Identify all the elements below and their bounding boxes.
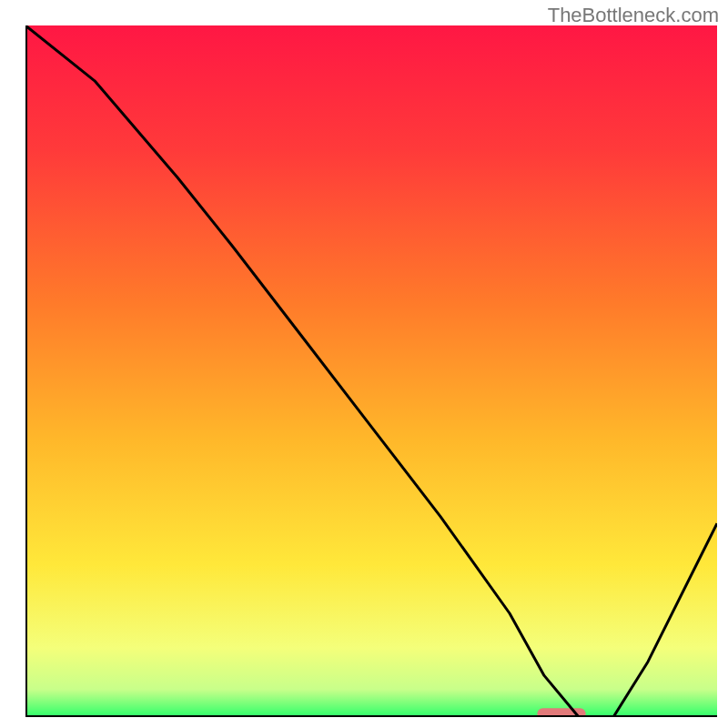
watermark-label: TheBottleneck.com [548, 4, 719, 27]
chart-svg [25, 25, 717, 717]
gradient-background [25, 25, 717, 717]
bottleneck-chart [25, 25, 717, 717]
